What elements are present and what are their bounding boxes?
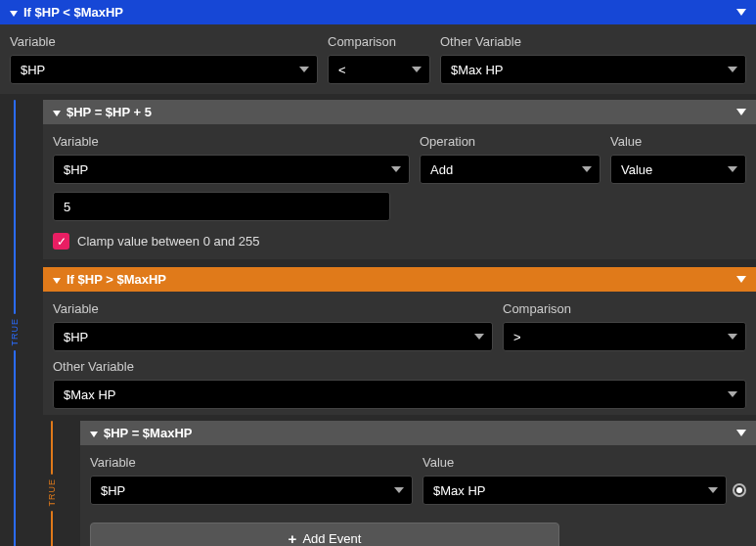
chevron-down-icon	[412, 67, 422, 72]
other-variable-label: Other Variable	[440, 34, 746, 49]
inner-if-body: Variable $HP Comparison >	[43, 292, 756, 415]
comparison-select[interactable]: <	[328, 55, 430, 84]
operation-label: Operation	[420, 134, 600, 149]
chevron-down-icon	[391, 166, 401, 172]
chevron-down-icon	[582, 166, 592, 172]
value-label: Value	[422, 455, 746, 470]
other-variable-select[interactable]: $Max HP	[440, 55, 746, 84]
comparison-label: Comparison	[328, 34, 430, 49]
chevron-down-icon	[728, 391, 737, 397]
variable-label: Variable	[10, 34, 318, 49]
inner-true-rail: TRUE	[47, 421, 61, 546]
caret-down-icon	[736, 9, 746, 16]
chevron-down-icon	[728, 166, 737, 172]
operation-select[interactable]: Add	[420, 155, 600, 184]
assign2-title: $HP = $MaxHP	[104, 426, 192, 440]
chevron-down-icon	[728, 67, 737, 72]
assign-title: $HP = $HP + 5	[67, 105, 152, 119]
variable-select[interactable]: $HP	[53, 155, 410, 184]
clamp-checkbox[interactable]: ✓	[53, 233, 69, 250]
if-title: If $HP < $MaxHP	[23, 5, 123, 20]
variable-select[interactable]: $HP	[90, 476, 413, 505]
value-label: Value	[610, 134, 746, 149]
plus-icon: +	[289, 531, 297, 546]
outer-body: Variable $HP Comparison < Other Variable…	[0, 24, 756, 94]
assign-body: Variable $HP Operation Add	[43, 124, 756, 259]
inner-true-branch: TRUE $HP = $MaxHP Variable	[43, 415, 756, 546]
value-type-select[interactable]: Value	[610, 155, 746, 184]
other-variable-select[interactable]: $Max HP	[53, 380, 746, 409]
true-branch: TRUE $HP = $HP + 5 Variable $HP	[0, 94, 756, 546]
add-event-label: Add Event	[302, 531, 361, 546]
value-select[interactable]: $Max HP	[422, 476, 727, 505]
true-rail: TRUE	[10, 100, 23, 546]
value-radio[interactable]	[733, 483, 746, 497]
caret-down-icon	[53, 278, 61, 284]
caret-down-icon	[90, 432, 98, 437]
inner-if-title: If $HP > $MaxHP	[67, 272, 166, 287]
assign-block-header[interactable]: $HP = $HP + 5	[43, 100, 756, 124]
chevron-down-icon	[728, 334, 737, 340]
true-label: TRUE	[10, 316, 20, 348]
inner-if-header[interactable]: If $HP > $MaxHP	[43, 267, 756, 292]
variable-select[interactable]: $HP	[53, 322, 493, 351]
clamp-label: Clamp value between 0 and 255	[77, 234, 259, 249]
other-variable-label: Other Variable	[53, 359, 746, 374]
assign2-header[interactable]: $HP = $MaxHP	[80, 421, 756, 445]
comparison-label: Comparison	[503, 301, 746, 316]
caret-down-icon	[10, 11, 18, 17]
comparison-select[interactable]: >	[503, 322, 746, 351]
if-block-header[interactable]: If $HP < $MaxHP	[0, 0, 756, 24]
assign2-body: Variable $HP Value	[80, 445, 756, 515]
chevron-down-icon	[708, 487, 718, 493]
variable-label: Variable	[53, 134, 410, 149]
value-input[interactable]: 5	[53, 192, 390, 221]
caret-down-icon	[53, 111, 61, 116]
true-label: TRUE	[47, 477, 57, 509]
variable-label: Variable	[53, 301, 493, 316]
caret-down-icon	[736, 430, 746, 436]
caret-down-icon	[736, 276, 746, 283]
chevron-down-icon	[299, 67, 309, 72]
chevron-down-icon	[474, 334, 484, 340]
chevron-down-icon	[394, 487, 404, 493]
add-event-button[interactable]: + Add Event	[90, 523, 559, 546]
variable-select[interactable]: $HP	[10, 55, 318, 84]
caret-down-icon	[736, 109, 746, 115]
variable-label: Variable	[90, 455, 413, 470]
